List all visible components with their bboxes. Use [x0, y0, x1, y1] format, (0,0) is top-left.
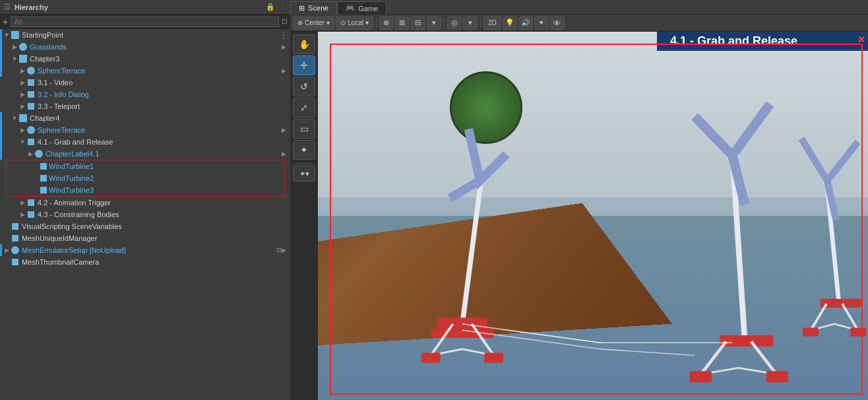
tree-item-windturbine1[interactable]: WindTurbine1 [6, 160, 284, 172]
tree-item-meshemulator[interactable]: ▶ MeshEmulatorSetup [NoUpload] ⊡ ▶ [0, 244, 290, 256]
cube-small-icon [11, 257, 20, 267]
center-icon: ⊕ [297, 19, 303, 26]
tree-item-chapterlabel41[interactable]: ▶ ChapterLabel4.1 ▶ [0, 148, 290, 160]
svg-rect-26 [850, 327, 866, 336]
toggle-btn[interactable]: ▾ [427, 17, 441, 30]
add-button[interactable]: + [3, 17, 8, 26]
tree-item-video31[interactable]: ▶ 3.1 - Video [0, 77, 290, 88]
svg-line-12 [701, 341, 726, 374]
lighting-btn[interactable]: 💡 [503, 17, 517, 30]
transform-gizmo-btn[interactable]: ⊕ [379, 17, 394, 30]
cube-small-icon [40, 184, 47, 196]
scene-tab-label: Scene [308, 4, 328, 12]
spacer: ▶ [3, 235, 11, 242]
tree-item-grabrelease41[interactable]: ▼ 4.1 - Grab and Release [0, 136, 290, 148]
hierarchy-tree: ▼ StartingPoint ⋮ ▶ Grasslands ▶ ▼ Chapt… [0, 29, 290, 400]
rotate-tool[interactable]: ↺ [293, 77, 315, 96]
hierarchy-search-bar: + ⊡ [0, 15, 290, 29]
fx-btn[interactable]: ✦ [534, 17, 549, 30]
tree-item-windturbine3[interactable]: WindTurbine3 [6, 184, 284, 196]
expand-arrow: ▶ [18, 67, 26, 74]
right-arrow-icon: ▶ [282, 247, 286, 253]
turbine-right [690, 104, 788, 383]
tree-label: 4.2 - Animation Trigger [38, 199, 288, 207]
tree-item-sphereterrace1[interactable]: ▶ SphereTerrace ▶ [0, 65, 290, 77]
snap-btn[interactable]: ⊟ [411, 17, 425, 30]
cube-small-icon [40, 160, 47, 172]
lock-icon[interactable]: 🔒 [266, 3, 275, 11]
grid-btn[interactable]: ⊞ [395, 17, 410, 30]
scene-3d-view: 4.1 - Grab and Release ✕ [318, 32, 868, 400]
tree-item-startingpoint[interactable]: ▼ StartingPoint ⋮ [0, 29, 290, 41]
tree-item-visualscripting[interactable]: ▶ VisualScripting SceneVariables [0, 220, 290, 232]
tree-label: MeshEmulatorSetup [NoUpload] [22, 246, 276, 254]
right-arrow-icon: ▶ [282, 44, 286, 50]
tab-scene[interactable]: ⊞ Scene [290, 1, 337, 15]
expand-arrow: ▶ [18, 103, 26, 110]
expand-arrow: ▶ [11, 44, 18, 50]
tree-item-chapter3[interactable]: ▼ Chapter3 [0, 53, 290, 65]
expand-arrow: ▶ [18, 127, 26, 133]
search-input[interactable] [11, 17, 279, 27]
tree-label: WindTurbine2 [49, 174, 282, 182]
move-tool[interactable]: ✛ [293, 55, 315, 75]
tree-item-teleport33[interactable]: ▶ 3.3 - Teleport [0, 100, 290, 112]
scale-tool[interactable]: ⤢ [293, 98, 315, 117]
transform-tool[interactable]: ✦ [293, 140, 315, 160]
turbine-far-right [801, 139, 866, 337]
hand-tool[interactable]: ✋ [293, 34, 315, 54]
hierarchy-title: Hierarchy [15, 3, 262, 11]
scene-game-panel: ⊞ Scene 🎮 Game ⊕ Center ▾ ⊙ Local ▾ ⊕ [290, 0, 868, 400]
scene-content: ✋ ✛ ↺ ⤢ ▭ ✦ ✦▾ 4.1 - Grab and Release ✕ [290, 32, 868, 400]
tree-item-meshthumbnail[interactable]: ▶ MeshThumbnailCamera [0, 256, 290, 268]
tree-item-sphereterrace2[interactable]: ▶ SphereTerrace ▶ [0, 124, 290, 136]
scene-tabs: ⊞ Scene 🎮 Game [290, 0, 868, 15]
tree-label: Grasslands [30, 43, 282, 51]
tree-item-infodialog32[interactable]: ▶ 3.2 - Info Dialog [0, 88, 290, 100]
audio-btn[interactable]: 🔊 [518, 17, 533, 30]
expand-arrow: ▶ [18, 91, 26, 98]
hidden-obj-btn[interactable]: 👁 [550, 17, 565, 30]
tree-item-animtrigger42[interactable]: ▶ 4.2 - Animation Trigger [0, 197, 290, 209]
cube-icon [18, 54, 28, 63]
svg-rect-8 [484, 353, 503, 363]
tree-item-chapter4[interactable]: ▼ Chapter4 [0, 112, 290, 124]
extra-tool-btn[interactable]: ✦▾ [293, 166, 315, 182]
tree-item-meshunique[interactable]: ▶ MeshUniqueIdManager [0, 232, 290, 244]
right-arrow-icon: ▶ [282, 67, 286, 74]
local-button[interactable]: ⊙ Local ▾ [336, 17, 373, 30]
search-expand-icon: ⊡ [282, 17, 288, 26]
tree-label: MeshThumbnailCamera [22, 258, 288, 266]
center-button[interactable]: ⊕ Center ▾ [293, 17, 334, 30]
local-icon: ⊙ [340, 19, 346, 26]
cube-icon [18, 114, 28, 123]
sphere-icon [18, 42, 28, 51]
cube-small-icon [26, 198, 36, 207]
separator3 [480, 18, 481, 28]
rect-tool[interactable]: ▭ [293, 119, 315, 139]
collapse-arrow: ▼ [11, 55, 18, 62]
expand-arrow: ▶ [18, 79, 26, 86]
sphere-icon [26, 66, 36, 75]
scene-tab-icon: ⊞ [299, 4, 305, 13]
tree-item-grasslands[interactable]: ▶ Grasslands ▶ [0, 41, 290, 53]
tree-item-windturbine2[interactable]: WindTurbine2 [6, 172, 284, 184]
tree-label: SphereTerrace [38, 67, 282, 75]
cube-small-icon [26, 78, 36, 87]
render-mode-btn[interactable]: ◎ [447, 17, 462, 30]
tree-item-constraining43[interactable]: ▶ 4.3 - Constraining Bodies [0, 209, 290, 220]
collapse-arrow: ▼ [11, 115, 18, 121]
svg-rect-17 [766, 371, 788, 382]
tree-label: SphereTerrace [38, 126, 282, 134]
cube-small-icon [11, 234, 20, 243]
sphere-icon [34, 149, 44, 158]
separator [376, 18, 377, 28]
expand-arrow: ▶ [26, 150, 34, 157]
tree-label: 4.1 - Grab and Release [38, 138, 288, 146]
render-dropdown[interactable]: ▾ [463, 17, 478, 30]
2d-button[interactable]: 2D [483, 17, 501, 30]
more-icon[interactable]: ⋮ [279, 3, 286, 11]
expand-arrow: ▶ [18, 199, 26, 206]
context-menu-icon[interactable]: ⋮ [280, 30, 288, 40]
tab-game[interactable]: 🎮 Game [337, 1, 387, 15]
